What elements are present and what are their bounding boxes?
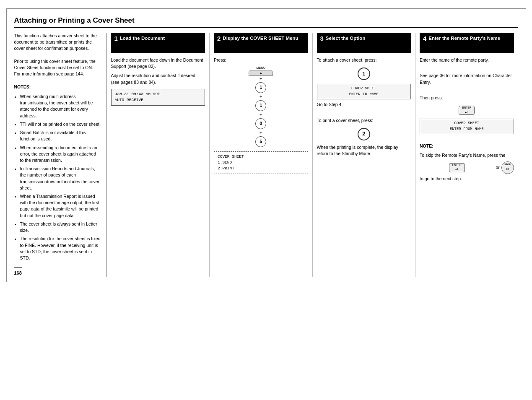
step-1-header: 1 Load the Document [111, 33, 205, 53]
plus-2: + [260, 94, 262, 99]
step-1-display: JAN-31 09:43 AM 99% AUTO RECEIVE [111, 89, 205, 106]
step-4-body: Enter the name of the remote party. See … [420, 57, 514, 182]
step-2-header: 2 Display the COVER SHEET Menu [214, 33, 308, 53]
step-1-column: 1 Load the Document Load the document fa… [106, 33, 210, 277]
stop-button-container: STOP ⊗ [501, 161, 514, 174]
enter-skip-button: ENTER ↵ [449, 163, 465, 172]
stop-label: STOP [504, 163, 511, 166]
step-2-body: Press: MENU ▲ + 1 + 1 + 0 + 5 COVER [214, 57, 308, 174]
step-4-column: 4 Enter the Remote Party's Name Enter th… [415, 33, 518, 277]
page-container: Attaching or Printing a Cover Sheet This… [6, 8, 526, 282]
menu-label: MENU [256, 66, 265, 70]
display-line-1: JAN-31 09:43 AM 99% [115, 91, 202, 97]
step-1-title: Load the Document [120, 35, 165, 42]
step-4-text-2: See page 36 for more information on Char… [420, 73, 514, 85]
display-line-2: AUTO RECEIVE [115, 97, 202, 103]
step-1-text-2: Adjust the resolution and contrast if de… [111, 73, 205, 85]
enter-btn-container: ENTER ↵ [420, 104, 514, 117]
circle-2-container: 2 [317, 127, 411, 142]
cover-sheet-to-name-box: COVER SHEET ENTER TO NAME [317, 84, 411, 99]
send-option: 1.SEND [218, 160, 304, 166]
step-3-text-3: To print a cover sheet, press: [317, 117, 411, 124]
button-3: 0 [255, 118, 266, 129]
next-step-text: to go to the next step. [420, 176, 514, 182]
step-1-number: 1 [114, 35, 118, 42]
step-1-body: Load the document face down in the Docum… [111, 57, 205, 106]
step-2-press: Press: [214, 57, 308, 63]
note-item: In Transmission Reports and Journals, th… [20, 166, 101, 191]
page-title: Attaching or Printing a Cover Sheet [14, 16, 518, 28]
note-item: When sending multi-address transmissions… [20, 94, 101, 119]
page-number: 168 [14, 268, 22, 277]
circle-button-1: 1 [358, 68, 370, 80]
skip-buttons: ENTER ↵ or STOP ⊗ [420, 161, 514, 174]
cover-sheet-from-line-2: ENTER FROM NAME [423, 127, 511, 132]
step-4-text-1: Enter the name of the remote party. [420, 57, 514, 63]
cover-sheet-from-line-1: COVER SHEET [423, 121, 511, 127]
main-layout: This function attaches a cover sheet to … [14, 33, 518, 277]
enter-skip-label: ENTER [452, 163, 462, 167]
step-3-header: 3 Select the Option [317, 33, 411, 53]
note-item: TTI will not be printed on the cover she… [20, 121, 101, 127]
step-4-header: 4 Enter the Remote Party's Name [420, 33, 514, 53]
button-4: 5 [255, 136, 266, 147]
step-3-column: 3 Select the Option To attach a cover sh… [312, 33, 415, 277]
note-item: The resolution for the cover sheet is fi… [20, 236, 101, 261]
enter-button: ENTER ↵ [459, 106, 475, 115]
plus-4: + [260, 130, 262, 135]
button-1: 1 [255, 82, 266, 93]
step-4-text-3: Then press: [420, 95, 514, 101]
stop-icon: ⊗ [506, 166, 509, 172]
note-item: When re-sending a document due to an err… [20, 145, 101, 164]
step-4-note-label: NOTE: [420, 143, 514, 149]
step-3-text-2: Go to Step 4. [317, 101, 411, 108]
note-item: The cover sheet is always sent in Letter… [20, 221, 101, 234]
step-2-dashed-box: COVER SHEET 1.SEND 2.PRINT [214, 151, 308, 174]
step-4-number: 4 [423, 35, 426, 42]
enter-label: ENTER [462, 106, 471, 109]
step-3-body: To attach a cover sheet, press: 1 COVER … [317, 57, 411, 157]
step-3-text-4: When the printing is complete, the displ… [317, 144, 411, 157]
step-3-number: 3 [320, 35, 324, 42]
step-2-title: Display the COVER SHEET Menu [223, 35, 298, 42]
or-text: or [496, 165, 500, 171]
enter-arrow-icon: ↵ [465, 110, 468, 115]
cover-sheet-send-label: COVER SHEET [218, 154, 304, 160]
notes-label: NOTES: [14, 84, 101, 90]
stop-button: STOP ⊗ [501, 161, 514, 174]
menu-button-top: ▲ [249, 70, 273, 76]
plus-1: + [260, 76, 262, 81]
note-item: When a Transmission Report is issued wit… [20, 193, 101, 219]
circle-button-2: 2 [358, 128, 370, 140]
step-4-title: Enter the Remote Party's Name [428, 35, 500, 42]
step-3-title: Select the Option [326, 35, 366, 42]
cover-sheet-from-box: COVER SHEET ENTER FROM NAME [420, 119, 514, 134]
cover-sheet-line-1: COVER SHEET [320, 86, 408, 92]
intro-text-2: Prior to using this cover sheet feature,… [14, 58, 101, 78]
step-2-column: 2 Display the COVER SHEET Menu Press: ME… [209, 33, 312, 277]
step-1-text-1: Load the document face down in the Docum… [111, 57, 205, 70]
cover-sheet-to-line-2: ENTER TO NAME [320, 92, 408, 98]
enter-skip-arrow-icon: ↵ [455, 167, 459, 172]
step-4-note-body: To skip the Remote Party's Name, press t… [420, 152, 514, 158]
button-2: 1 [255, 100, 266, 111]
step-2-number: 2 [217, 35, 221, 42]
intro-column: This function attaches a cover sheet to … [14, 33, 106, 277]
steps-area: 1 Load the Document Load the document fa… [106, 33, 518, 277]
intro-text-1: This function attaches a cover sheet to … [14, 33, 101, 52]
print-option: 2.PRINT [218, 166, 304, 171]
circle-1-container: 1 [317, 66, 411, 81]
notes-list: When sending multi-address transmissions… [14, 94, 101, 261]
step-3-text-1: To attach a cover sheet, press: [317, 57, 411, 63]
note-item: Smart Batch is not available if this fun… [20, 130, 101, 142]
plus-3: + [260, 112, 262, 117]
menu-diagram: MENU ▲ + 1 + 1 + 0 + 5 [214, 66, 308, 148]
